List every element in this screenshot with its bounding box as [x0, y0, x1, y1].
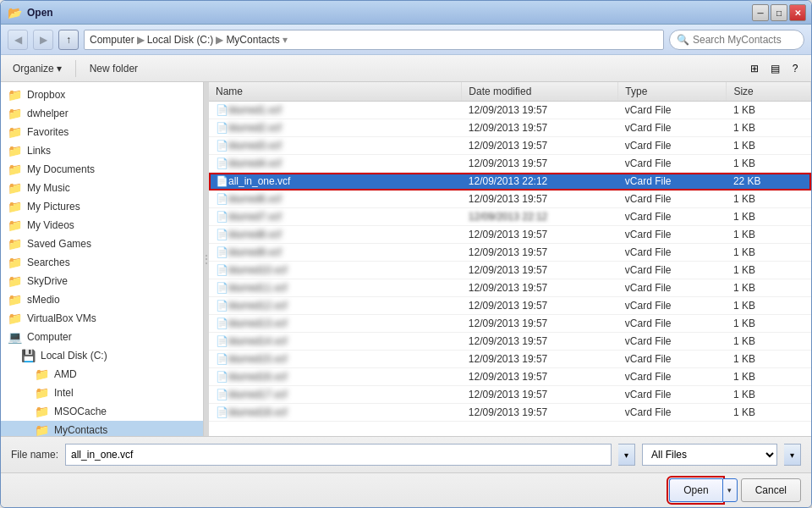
table-row[interactable]: 📄 blurred3.vcf12/09/2013 19:57vCard File…: [209, 137, 811, 155]
sidebar-item-links[interactable]: 📁Links: [1, 141, 203, 160]
file-date-cell: 12/09/2013 19:57: [462, 226, 618, 244]
sidebar-item-intel[interactable]: 📁Intel: [1, 384, 203, 402]
sidebar-icon-my-videos: 📁: [8, 218, 22, 232]
table-row[interactable]: 📄 blurred9.vcf12/09/2013 19:57vCard File…: [209, 244, 811, 262]
sidebar-item-virtualbox-vms[interactable]: 📁VirtualBox VMs: [1, 309, 203, 328]
minimize-button[interactable]: ─: [752, 4, 769, 21]
sidebar-item-searches[interactable]: 📁Searches: [1, 253, 203, 272]
table-row[interactable]: 📄 blurred16.vcf12/09/2013 19:57vCard Fil…: [209, 368, 811, 386]
file-name-cell: 📄 blurred15.vcf: [209, 351, 462, 368]
sidebar-item-my-documents[interactable]: 📁My Documents: [1, 160, 203, 179]
breadcrumb[interactable]: Computer ▶ Local Disk (C:) ▶ MyContacts …: [84, 30, 664, 50]
table-row[interactable]: 📄 blurred7.vcf12/09/2013 22:12vCard File…: [209, 208, 811, 226]
open-button-group: Open ▾: [669, 478, 737, 502]
sidebar-item-local-disk-c[interactable]: 💾Local Disk (C:): [1, 346, 203, 365]
table-row[interactable]: 📄 blurred4.vcf12/09/2013 19:57vCard File…: [209, 155, 811, 173]
file-icon: 📄: [216, 264, 228, 276]
forward-button[interactable]: ▶: [33, 30, 53, 50]
file-icon: 📄: [216, 193, 228, 205]
sidebar-item-dwhelper[interactable]: 📁dwhelper: [1, 104, 203, 123]
filetype-dropdown-button[interactable]: ▾: [784, 444, 801, 466]
column-header-type[interactable]: Type: [618, 82, 727, 102]
sidebar-label-computer: Computer: [27, 331, 72, 343]
view-icons-group: ⊞ ▤ ?: [745, 59, 804, 78]
file-type-cell: vCard File: [618, 386, 727, 404]
breadcrumb-arrow-end: ▾: [283, 34, 288, 46]
file-name: blurred1.vcf: [228, 104, 282, 116]
file-size-cell: 1 KB: [727, 137, 811, 155]
file-date-cell: 12/09/2013 22:12: [462, 173, 618, 190]
file-name: blurred10.vcf: [228, 264, 287, 276]
sidebar-item-smedio[interactable]: 📁sMedio: [1, 290, 203, 309]
table-row[interactable]: 📄 blurred1.vcf12/09/2013 19:57vCard File…: [209, 102, 811, 119]
table-row[interactable]: 📄 blurred6.vcf12/09/2013 19:57vCard File…: [209, 190, 811, 208]
sidebar-item-mycontacts[interactable]: 📁MyContacts: [1, 421, 203, 436]
table-row[interactable]: 📄 blurred17.vcf12/09/2013 19:57vCard Fil…: [209, 386, 811, 404]
sidebar-item-my-music[interactable]: 📁My Music: [1, 179, 203, 197]
maximize-button[interactable]: □: [771, 4, 787, 21]
table-row[interactable]: 📄 blurred11.vcf12/09/2013 19:57vCard Fil…: [209, 279, 811, 297]
close-button[interactable]: ✕: [789, 4, 806, 21]
breadcrumb-part-3: MyContacts: [226, 34, 279, 46]
column-header-name[interactable]: Name: [209, 82, 462, 102]
search-input[interactable]: [693, 34, 797, 46]
sidebar-item-dropbox[interactable]: 📁Dropbox: [1, 86, 203, 104]
file-type-cell: vCard File: [618, 333, 727, 351]
open-dropdown-arrow-button[interactable]: ▾: [722, 478, 738, 502]
view-icon-list-button[interactable]: ▤: [765, 59, 784, 78]
sidebar-item-computer[interactable]: 💻Computer: [1, 328, 203, 346]
table-row[interactable]: 📄 blurred13.vcf12/09/2013 19:57vCard Fil…: [209, 315, 811, 333]
breadcrumb-part-2: Local Disk (C:): [147, 34, 214, 46]
sidebar-item-msocache[interactable]: 📁MSOCache: [1, 402, 203, 421]
table-row[interactable]: 📄 blurred15.vcf12/09/2013 19:57vCard Fil…: [209, 351, 811, 368]
column-header-size[interactable]: Size: [727, 82, 811, 102]
file-type-cell: vCard File: [618, 351, 727, 368]
sidebar-label-favorites: Favorites: [27, 126, 69, 138]
organize-button[interactable]: Organize ▾: [8, 61, 67, 76]
filename-dropdown-button[interactable]: ▾: [618, 444, 635, 466]
sidebar-icon-intel: 📁: [35, 386, 49, 400]
file-name: blurred15.vcf: [228, 353, 287, 365]
breadcrumb-sep-2: ▶: [216, 34, 223, 46]
filename-input[interactable]: [65, 444, 612, 466]
filetype-select[interactable]: All Files vCard Files (*.vcf): [642, 444, 777, 466]
file-name: blurred3.vcf: [228, 140, 282, 152]
sidebar-label-my-music: My Music: [27, 182, 70, 194]
sidebar-icon-saved-games: 📁: [8, 237, 22, 251]
table-row[interactable]: 📄 blurred2.vcf12/09/2013 19:57vCard File…: [209, 119, 811, 137]
new-folder-button[interactable]: New folder: [85, 61, 143, 76]
breadcrumb-part-1: Computer: [90, 34, 134, 46]
file-icon: 📄: [216, 406, 228, 418]
table-row[interactable]: 📄 blurred8.vcf12/09/2013 19:57vCard File…: [209, 226, 811, 244]
file-name: blurred2.vcf: [228, 122, 282, 134]
file-icon: 📄: [216, 335, 228, 347]
file-date-cell: 12/09/2013 19:57: [462, 190, 618, 208]
sidebar-item-amd[interactable]: 📁AMD: [1, 365, 203, 384]
file-type-cell: vCard File: [618, 137, 727, 155]
table-row[interactable]: 📄 blurred10.vcf12/09/2013 19:57vCard Fil…: [209, 262, 811, 279]
view-icon-grid-button[interactable]: ⊞: [745, 59, 764, 78]
sidebar-item-my-pictures[interactable]: 📁My Pictures: [1, 197, 203, 216]
file-list-container[interactable]: NameDate modifiedTypeSize 📄 blurred1.vcf…: [209, 82, 811, 436]
table-row[interactable]: 📄 blurred18.vcf12/09/2013 19:57vCard Fil…: [209, 404, 811, 422]
sidebar-item-favorites[interactable]: 📁Favorites: [1, 123, 203, 141]
back-button[interactable]: ◀: [8, 30, 28, 50]
table-row[interactable]: 📄 all_in_one.vcf12/09/2013 22:12vCard Fi…: [209, 173, 811, 190]
table-row[interactable]: 📄 blurred14.vcf12/09/2013 19:57vCard Fil…: [209, 333, 811, 351]
open-button[interactable]: Open: [669, 478, 721, 502]
sidebar-item-skydrive[interactable]: 📁SkyDrive: [1, 272, 203, 290]
table-row[interactable]: 📄 blurred12.vcf12/09/2013 19:57vCard Fil…: [209, 297, 811, 315]
column-header-date_modified[interactable]: Date modified: [462, 82, 618, 102]
file-type-cell: vCard File: [618, 208, 727, 226]
file-icon: 📄: [216, 140, 228, 152]
cancel-button[interactable]: Cancel: [741, 478, 801, 502]
sidebar-item-saved-games[interactable]: 📁Saved Games: [1, 235, 203, 253]
file-icon: 📄: [216, 353, 228, 365]
sidebar-item-my-videos[interactable]: 📁My Videos: [1, 216, 203, 235]
file-date-cell: 12/09/2013 19:57: [462, 386, 618, 404]
file-name: blurred18.vcf: [228, 406, 287, 418]
search-box[interactable]: 🔍: [669, 30, 804, 50]
view-icon-help-button[interactable]: ?: [786, 59, 804, 78]
up-button[interactable]: ↑: [58, 30, 79, 50]
file-date-cell: 12/09/2013 19:57: [462, 297, 618, 315]
